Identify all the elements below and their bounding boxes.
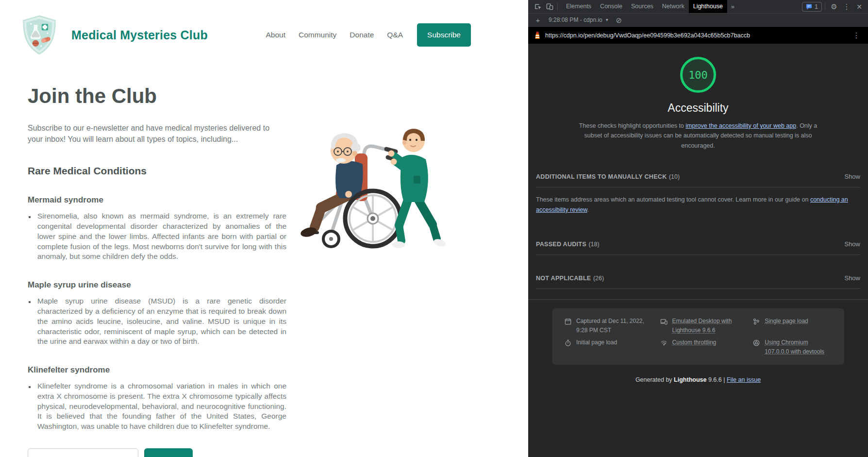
report-url: https://cdpn.io/pen/debug/VwdOaqp/ee0945… bbox=[545, 32, 846, 39]
custom-throttling-link[interactable]: Custom throttling bbox=[672, 338, 717, 356]
manual-checks-note: These items address areas which an autom… bbox=[536, 195, 860, 216]
header-subscribe-button[interactable]: Subscribe bbox=[417, 23, 471, 47]
nav-community[interactable]: Community bbox=[299, 31, 336, 39]
show-manual-checks-button[interactable]: Show bbox=[844, 173, 860, 180]
calendar-icon bbox=[565, 318, 571, 325]
devtools-tabs: Elements Console Sources Network Lightho… bbox=[562, 0, 727, 13]
report-url-bar: https://cdpn.io/pen/debug/VwdOaqp/ee0945… bbox=[528, 27, 868, 44]
lighthouse-report: 100 Accessibility These checks highlight… bbox=[528, 44, 868, 457]
emulated-device: Emulated Desktop with Lighthouse 9.6.6 bbox=[660, 317, 743, 335]
page-content: Join the Club Subscribe to our e-newslet… bbox=[28, 85, 286, 457]
website-pane: Medical Mysteries Club About Community D… bbox=[0, 0, 528, 457]
intro-text: Subscribe to our e-newsletter and have m… bbox=[28, 122, 286, 145]
section-not-applicable: NOT APPLICABLE (26) Show bbox=[536, 273, 860, 289]
section-title: ADDITIONAL ITEMS TO MANUALLY CHECK bbox=[536, 173, 667, 180]
show-not-applicable-button[interactable]: Show bbox=[844, 274, 860, 282]
kebab-menu-icon[interactable]: ⋮ bbox=[841, 1, 852, 13]
condition-description: Maple syrup urine disease (MSUD) is a ra… bbox=[35, 296, 286, 347]
condition-description: Klinefelter syndrome is a chromosomal va… bbox=[35, 381, 286, 432]
tab-sources[interactable]: Sources bbox=[627, 0, 658, 13]
form-subscribe-button[interactable]: Subscribe bbox=[144, 448, 193, 457]
browser-version: Using Chromium 107.0.0.0 with devtools bbox=[753, 338, 832, 356]
report-footer-divider bbox=[528, 299, 868, 300]
runtime-settings-card: Captured at Dec 11, 2022, 9:28 PM CST Em… bbox=[552, 308, 844, 365]
condition-title-klinefelter: Klinefelter syndrome bbox=[28, 365, 286, 375]
devices-icon bbox=[660, 318, 668, 325]
section-title: Rare Medical Conditions bbox=[28, 165, 286, 177]
tab-elements[interactable]: Elements bbox=[562, 0, 596, 13]
throttling: Custom throttling bbox=[660, 338, 743, 356]
device-toolbar-icon[interactable] bbox=[544, 1, 555, 13]
tab-console[interactable]: Console bbox=[596, 0, 627, 13]
section-passed-audits: PASSED AUDITS (18) Show bbox=[536, 239, 860, 255]
nav-qa[interactable]: Q&A bbox=[387, 31, 403, 39]
section-divider bbox=[536, 187, 860, 187]
improve-accessibility-link[interactable]: improve the accessibility of your web ap… bbox=[685, 122, 796, 129]
caret-down-icon: ▾ bbox=[606, 17, 608, 22]
url-kebab-menu-icon[interactable]: ⋮ bbox=[851, 30, 862, 41]
condition-list: Klinefelter syndrome is a chromosomal va… bbox=[28, 381, 286, 432]
condition-title-msud: Maple syrup urine disease bbox=[28, 280, 286, 290]
condition-list: Maple syrup urine disease (MSUD) is a ra… bbox=[28, 296, 286, 347]
devtools-panel: Elements Console Sources Network Lightho… bbox=[528, 0, 868, 457]
email-input[interactable] bbox=[28, 448, 138, 457]
wheelchair-illustration bbox=[291, 113, 454, 254]
issues-count: 1 bbox=[815, 3, 818, 10]
lighthouse-brand: Lighthouse bbox=[674, 376, 706, 383]
devtools-toolbar: Elements Console Sources Network Lightho… bbox=[528, 0, 868, 14]
section-divider bbox=[536, 254, 860, 255]
close-devtools-icon[interactable]: ✕ bbox=[853, 1, 865, 13]
page-load-type: Single page load bbox=[753, 317, 832, 335]
report-run-selector[interactable]: 9:28:08 PM - cdpn.io ▾ bbox=[549, 17, 608, 23]
section-title: NOT APPLICABLE bbox=[536, 275, 591, 282]
settings-gear-icon[interactable]: ⚙ bbox=[828, 1, 840, 13]
brand-title: Medical Mysteries Club bbox=[71, 28, 208, 42]
condition-description: Sirenomelia, also known as mermaid syndr… bbox=[35, 211, 286, 262]
chromium-icon bbox=[753, 339, 760, 346]
score-value: 100 bbox=[688, 69, 708, 81]
file-an-issue-link[interactable]: File an issue bbox=[727, 376, 761, 383]
single-page-load-link[interactable]: Single page load bbox=[765, 317, 808, 335]
network-throttle-icon bbox=[660, 339, 668, 346]
section-divider bbox=[536, 288, 860, 289]
toolbar-right-controls: 1 ⚙ ⋮ ✕ bbox=[802, 1, 865, 13]
stopwatch-icon bbox=[565, 339, 571, 346]
subscribe-form: Subscribe bbox=[28, 448, 286, 457]
tab-network[interactable]: Network bbox=[658, 0, 689, 13]
condition-title-mermaid: Mermaid syndrome bbox=[28, 195, 286, 205]
lighthouse-favicon bbox=[534, 32, 541, 39]
toolbar-divider bbox=[825, 3, 825, 11]
show-passed-audits-button[interactable]: Show bbox=[844, 240, 860, 248]
issues-badge[interactable]: 1 bbox=[802, 2, 822, 12]
nav-about[interactable]: About bbox=[266, 31, 285, 39]
page-title: Join the Club bbox=[28, 85, 286, 108]
chat-bubble-icon bbox=[806, 4, 812, 10]
section-title: PASSED AUDITS bbox=[536, 241, 586, 248]
capture-time: Captured at Dec 11, 2022, 9:28 PM CST bbox=[565, 317, 650, 335]
nodes-icon bbox=[753, 318, 760, 325]
emulated-device-link[interactable]: Emulated Desktop with Lighthouse 9.6.6 bbox=[672, 317, 743, 335]
category-description: These checks highlight opportunities to … bbox=[579, 121, 818, 151]
main-nav: About Community Donate Q&A Subscribe bbox=[266, 23, 471, 47]
nav-donate[interactable]: Donate bbox=[350, 31, 374, 39]
initial-page-load: Initial page load bbox=[565, 338, 650, 356]
toolbar-divider bbox=[557, 3, 558, 11]
condition-list: Sirenomelia, also known as mermaid syndr… bbox=[28, 211, 286, 262]
lighthouse-run-bar: + 9:28:08 PM - cdpn.io ▾ ⊘ bbox=[528, 14, 868, 27]
accessibility-score-gauge[interactable]: 100 bbox=[680, 57, 716, 93]
inspect-element-icon[interactable] bbox=[532, 1, 544, 13]
section-manual-checks: ADDITIONAL ITEMS TO MANUALLY CHECK (10) … bbox=[536, 172, 860, 216]
category-title: Accessibility bbox=[536, 102, 860, 115]
club-shield-logo bbox=[20, 15, 59, 55]
tab-lighthouse[interactable]: Lighthouse bbox=[689, 0, 727, 13]
more-tabs-icon[interactable]: » bbox=[727, 0, 738, 13]
chromium-version-link[interactable]: Using Chromium 107.0.0.0 with devtools bbox=[765, 338, 832, 356]
run-label: 9:28:08 PM - cdpn.io bbox=[549, 17, 602, 23]
clear-reports-icon[interactable]: ⊘ bbox=[613, 14, 625, 26]
new-audit-icon[interactable]: + bbox=[532, 14, 544, 26]
generated-by-line: Generated by Lighthouse 9.6.6 | File an … bbox=[536, 376, 860, 383]
site-header: Medical Mysteries Club About Community D… bbox=[0, 0, 528, 55]
